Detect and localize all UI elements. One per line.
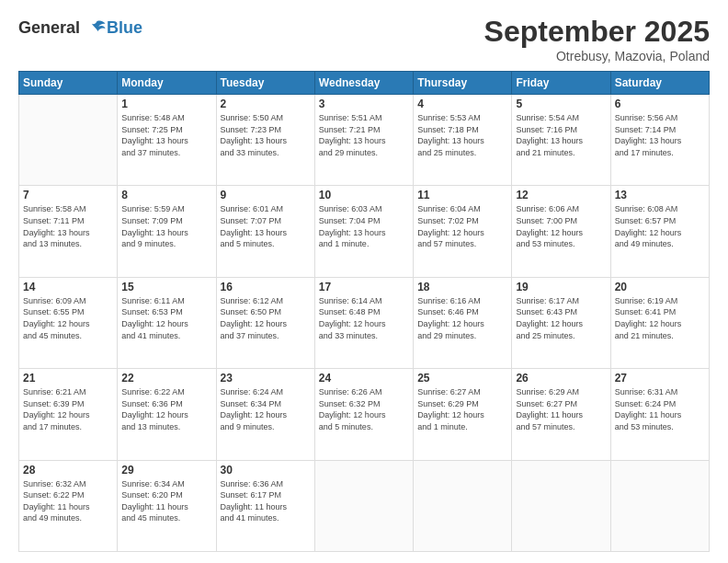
day-cell: 19Sunrise: 6:17 AMSunset: 6:43 PMDayligh… bbox=[512, 277, 610, 368]
day-number: 24 bbox=[319, 372, 409, 385]
day-cell: 23Sunrise: 6:24 AMSunset: 6:34 PMDayligh… bbox=[216, 369, 314, 460]
day-info: Sunrise: 6:31 AMSunset: 6:24 PMDaylight:… bbox=[615, 386, 705, 432]
day-number: 29 bbox=[121, 464, 211, 477]
day-cell bbox=[610, 460, 709, 551]
day-info: Sunrise: 6:12 AMSunset: 6:50 PMDaylight:… bbox=[221, 295, 311, 341]
day-number: 30 bbox=[221, 464, 311, 477]
day-cell: 10Sunrise: 6:03 AMSunset: 7:04 PMDayligh… bbox=[314, 186, 413, 277]
day-info: Sunrise: 6:17 AMSunset: 6:43 PMDaylight:… bbox=[516, 295, 606, 341]
day-info: Sunrise: 6:24 AMSunset: 6:34 PMDaylight:… bbox=[221, 386, 311, 432]
day-info: Sunrise: 6:27 AMSunset: 6:29 PMDaylight:… bbox=[417, 386, 507, 432]
day-number: 21 bbox=[23, 372, 113, 385]
col-friday: Friday bbox=[512, 72, 610, 95]
day-info: Sunrise: 6:01 AMSunset: 7:07 PMDaylight:… bbox=[221, 203, 311, 249]
day-cell bbox=[414, 460, 512, 551]
day-number: 26 bbox=[516, 372, 606, 385]
day-info: Sunrise: 6:09 AMSunset: 6:55 PMDaylight:… bbox=[23, 295, 113, 341]
weekday-header-row: Sunday Monday Tuesday Wednesday Thursday… bbox=[19, 72, 710, 95]
day-info: Sunrise: 5:51 AMSunset: 7:21 PMDaylight:… bbox=[319, 112, 409, 158]
day-number: 10 bbox=[319, 189, 409, 201]
day-cell: 25Sunrise: 6:27 AMSunset: 6:29 PMDayligh… bbox=[414, 369, 512, 460]
day-cell: 22Sunrise: 6:22 AMSunset: 6:36 PMDayligh… bbox=[118, 369, 216, 460]
day-number: 11 bbox=[417, 189, 507, 201]
day-number: 14 bbox=[23, 281, 113, 293]
col-thursday: Thursday bbox=[414, 72, 512, 95]
day-cell: 28Sunrise: 6:32 AMSunset: 6:22 PMDayligh… bbox=[19, 460, 118, 551]
col-wednesday: Wednesday bbox=[314, 72, 413, 95]
day-info: Sunrise: 6:21 AMSunset: 6:39 PMDaylight:… bbox=[23, 386, 113, 432]
week-row-2: 7Sunrise: 5:58 AMSunset: 7:11 PMDaylight… bbox=[19, 186, 710, 277]
day-number: 8 bbox=[121, 189, 211, 201]
day-number: 12 bbox=[516, 189, 606, 201]
day-cell: 26Sunrise: 6:29 AMSunset: 6:27 PMDayligh… bbox=[512, 369, 610, 460]
day-cell: 9Sunrise: 6:01 AMSunset: 7:07 PMDaylight… bbox=[216, 186, 314, 277]
day-info: Sunrise: 5:54 AMSunset: 7:16 PMDaylight:… bbox=[516, 112, 606, 158]
day-number: 5 bbox=[516, 98, 606, 110]
week-row-5: 28Sunrise: 6:32 AMSunset: 6:22 PMDayligh… bbox=[19, 460, 710, 551]
col-monday: Monday bbox=[118, 72, 216, 95]
day-info: Sunrise: 6:19 AMSunset: 6:41 PMDaylight:… bbox=[615, 295, 705, 341]
day-cell bbox=[314, 460, 413, 551]
logo-text: General Blue bbox=[18, 18, 142, 39]
day-number: 19 bbox=[516, 281, 606, 293]
title-block: September 2025 Otrebusy, Mazovia, Poland bbox=[484, 15, 710, 63]
day-cell: 18Sunrise: 6:16 AMSunset: 6:46 PMDayligh… bbox=[414, 277, 512, 368]
day-cell: 16Sunrise: 6:12 AMSunset: 6:50 PMDayligh… bbox=[216, 277, 314, 368]
day-cell bbox=[512, 460, 610, 551]
day-number: 18 bbox=[417, 281, 507, 293]
day-cell: 4Sunrise: 5:53 AMSunset: 7:18 PMDaylight… bbox=[414, 95, 512, 186]
day-number: 28 bbox=[23, 464, 113, 477]
day-cell: 12Sunrise: 6:06 AMSunset: 7:00 PMDayligh… bbox=[512, 186, 610, 277]
day-cell: 5Sunrise: 5:54 AMSunset: 7:16 PMDaylight… bbox=[512, 95, 610, 186]
day-number: 9 bbox=[221, 189, 311, 201]
day-info: Sunrise: 6:06 AMSunset: 7:00 PMDaylight:… bbox=[516, 203, 606, 249]
day-number: 6 bbox=[615, 98, 705, 110]
week-row-1: 1Sunrise: 5:48 AMSunset: 7:25 PMDaylight… bbox=[19, 95, 710, 186]
day-cell bbox=[19, 95, 118, 186]
month-title: September 2025 bbox=[484, 15, 710, 49]
location-subtitle: Otrebusy, Mazovia, Poland bbox=[484, 49, 710, 63]
day-info: Sunrise: 6:36 AMSunset: 6:17 PMDaylight:… bbox=[221, 478, 311, 524]
day-number: 4 bbox=[417, 98, 507, 110]
page: General Blue September 2025 Otrebusy, Ma… bbox=[0, 0, 728, 563]
day-number: 1 bbox=[121, 98, 211, 110]
day-info: Sunrise: 5:53 AMSunset: 7:18 PMDaylight:… bbox=[417, 112, 507, 158]
day-info: Sunrise: 5:56 AMSunset: 7:14 PMDaylight:… bbox=[615, 112, 705, 158]
day-info: Sunrise: 5:50 AMSunset: 7:23 PMDaylight:… bbox=[221, 112, 311, 158]
col-sunday: Sunday bbox=[19, 72, 118, 95]
day-info: Sunrise: 5:48 AMSunset: 7:25 PMDaylight:… bbox=[121, 112, 211, 158]
logo-line1: General bbox=[18, 18, 80, 37]
day-number: 22 bbox=[121, 372, 211, 385]
day-cell: 3Sunrise: 5:51 AMSunset: 7:21 PMDaylight… bbox=[314, 95, 413, 186]
col-saturday: Saturday bbox=[610, 72, 709, 95]
day-number: 16 bbox=[221, 281, 311, 293]
col-tuesday: Tuesday bbox=[216, 72, 314, 95]
day-cell: 15Sunrise: 6:11 AMSunset: 6:53 PMDayligh… bbox=[118, 277, 216, 368]
day-cell: 13Sunrise: 6:08 AMSunset: 6:57 PMDayligh… bbox=[610, 186, 709, 277]
day-info: Sunrise: 6:03 AMSunset: 7:04 PMDaylight:… bbox=[319, 203, 409, 249]
day-info: Sunrise: 6:08 AMSunset: 6:57 PMDaylight:… bbox=[615, 203, 705, 249]
day-cell: 30Sunrise: 6:36 AMSunset: 6:17 PMDayligh… bbox=[216, 460, 314, 551]
day-info: Sunrise: 6:16 AMSunset: 6:46 PMDaylight:… bbox=[417, 295, 507, 341]
day-info: Sunrise: 5:59 AMSunset: 7:09 PMDaylight:… bbox=[121, 203, 211, 249]
day-info: Sunrise: 6:04 AMSunset: 7:02 PMDaylight:… bbox=[417, 203, 507, 249]
day-number: 13 bbox=[615, 189, 705, 201]
week-row-3: 14Sunrise: 6:09 AMSunset: 6:55 PMDayligh… bbox=[19, 277, 710, 368]
day-number: 23 bbox=[221, 372, 311, 385]
day-cell: 1Sunrise: 5:48 AMSunset: 7:25 PMDaylight… bbox=[118, 95, 216, 186]
day-number: 7 bbox=[23, 189, 113, 201]
day-number: 27 bbox=[615, 372, 705, 385]
day-cell: 29Sunrise: 6:34 AMSunset: 6:20 PMDayligh… bbox=[118, 460, 216, 551]
day-cell: 17Sunrise: 6:14 AMSunset: 6:48 PMDayligh… bbox=[314, 277, 413, 368]
day-cell: 8Sunrise: 5:59 AMSunset: 7:09 PMDaylight… bbox=[118, 186, 216, 277]
day-cell: 11Sunrise: 6:04 AMSunset: 7:02 PMDayligh… bbox=[414, 186, 512, 277]
day-info: Sunrise: 6:14 AMSunset: 6:48 PMDaylight:… bbox=[319, 295, 409, 341]
logo-bird-icon bbox=[86, 18, 107, 39]
day-cell: 6Sunrise: 5:56 AMSunset: 7:14 PMDaylight… bbox=[610, 95, 709, 186]
day-info: Sunrise: 6:22 AMSunset: 6:36 PMDaylight:… bbox=[121, 386, 211, 432]
logo-line2: Blue bbox=[107, 18, 142, 38]
day-info: Sunrise: 6:29 AMSunset: 6:27 PMDaylight:… bbox=[516, 386, 606, 432]
header: General Blue September 2025 Otrebusy, Ma… bbox=[18, 15, 710, 63]
day-cell: 2Sunrise: 5:50 AMSunset: 7:23 PMDaylight… bbox=[216, 95, 314, 186]
day-info: Sunrise: 5:58 AMSunset: 7:11 PMDaylight:… bbox=[23, 203, 113, 249]
